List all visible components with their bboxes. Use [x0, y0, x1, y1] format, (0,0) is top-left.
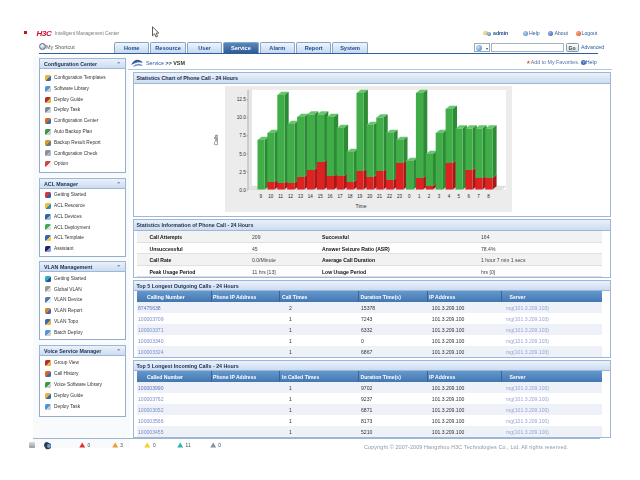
svg-text:11: 11 — [278, 194, 283, 199]
svg-text:10.0: 10.0 — [237, 115, 247, 120]
svg-text:12: 12 — [288, 194, 294, 199]
svg-text:Calls: Calls — [213, 134, 219, 146]
svg-text:10: 10 — [268, 194, 274, 199]
svg-text:15: 15 — [318, 194, 324, 199]
svg-text:23: 23 — [397, 194, 403, 199]
svg-text:12.5: 12.5 — [237, 97, 247, 102]
svg-text:20: 20 — [367, 194, 373, 199]
svg-text:21: 21 — [377, 194, 383, 199]
svg-text:13: 13 — [298, 194, 304, 199]
svg-text:14: 14 — [308, 194, 314, 199]
svg-text:18: 18 — [347, 194, 353, 199]
svg-text:2.5: 2.5 — [239, 170, 246, 175]
svg-text:19: 19 — [357, 194, 363, 199]
svg-text:5.0: 5.0 — [239, 152, 246, 157]
svg-text:22: 22 — [387, 194, 393, 199]
svg-text:7.5: 7.5 — [239, 133, 246, 138]
svg-text:16: 16 — [328, 194, 334, 199]
svg-text:17: 17 — [337, 194, 343, 199]
svg-text:0.0: 0.0 — [239, 188, 246, 193]
svg-text:Time: Time — [356, 203, 367, 209]
